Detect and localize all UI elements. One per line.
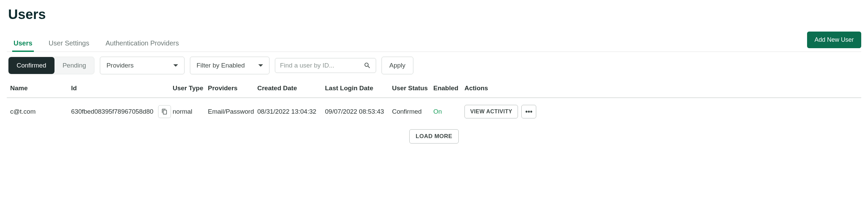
header-user-type: User Type: [173, 84, 208, 92]
copy-icon: [161, 109, 168, 115]
status-segmented-control: Confirmed Pending: [8, 57, 94, 74]
tab-user-settings[interactable]: User Settings: [47, 36, 91, 52]
tab-auth-providers[interactable]: Authentication Providers: [104, 36, 180, 52]
cell-enabled: On: [433, 108, 464, 115]
chevron-down-icon: [258, 63, 263, 68]
header-enabled: Enabled: [433, 84, 464, 92]
users-table: Name Id User Type Providers Created Date…: [7, 79, 861, 125]
view-activity-button[interactable]: VIEW ACTIVITY: [464, 105, 518, 118]
header-id: Id: [71, 84, 173, 92]
providers-dropdown[interactable]: Providers: [100, 57, 185, 74]
chevron-down-icon: [173, 63, 178, 68]
filter-bar: Confirmed Pending Providers Filter by En…: [7, 52, 861, 79]
enabled-filter-dropdown[interactable]: Filter by Enabled: [190, 57, 269, 74]
header-created-date: Created Date: [257, 84, 325, 92]
cell-last-login: 09/07/2022 08:53:43: [325, 108, 392, 115]
providers-dropdown-label: Providers: [106, 62, 133, 69]
header-row: Users User Settings Authentication Provi…: [7, 32, 861, 52]
header-name: Name: [10, 84, 71, 92]
cell-id-text: 630fbed08395f78967058d80: [71, 108, 153, 115]
load-more-button[interactable]: LOAD MORE: [409, 129, 459, 144]
cell-created-date: 08/31/2022 13:04:32: [257, 108, 325, 115]
cell-actions: VIEW ACTIVITY •••: [464, 105, 858, 118]
header-providers: Providers: [208, 84, 257, 92]
cell-name: c@t.com: [10, 108, 71, 115]
more-icon: •••: [525, 108, 533, 116]
search-input[interactable]: [280, 62, 360, 69]
tabs: Users User Settings Authentication Provi…: [12, 36, 180, 52]
cell-id: 630fbed08395f78967058d80: [71, 105, 173, 118]
cell-user-type: normal: [173, 108, 208, 115]
table-row: c@t.com 630fbed08395f78967058d80 normal …: [7, 98, 861, 125]
more-actions-button[interactable]: •••: [521, 105, 536, 118]
table-header-row: Name Id User Type Providers Created Date…: [7, 79, 861, 98]
enabled-filter-label: Filter by Enabled: [196, 62, 245, 69]
segmented-pending[interactable]: Pending: [55, 57, 94, 74]
apply-button[interactable]: Apply: [382, 57, 413, 74]
header-actions: Actions: [464, 84, 858, 92]
cell-user-status: Confirmed: [392, 108, 433, 115]
add-new-user-button[interactable]: Add New User: [807, 32, 861, 48]
header-user-status: User Status: [392, 84, 433, 92]
search-icon[interactable]: [364, 62, 371, 69]
tab-users[interactable]: Users: [12, 36, 34, 52]
search-box: [275, 58, 376, 73]
segmented-confirmed[interactable]: Confirmed: [8, 57, 55, 74]
cell-providers: Email/Password: [208, 108, 257, 115]
copy-id-button[interactable]: [158, 105, 171, 118]
header-last-login: Last Login Date: [325, 84, 392, 92]
page-title: Users: [8, 7, 861, 22]
